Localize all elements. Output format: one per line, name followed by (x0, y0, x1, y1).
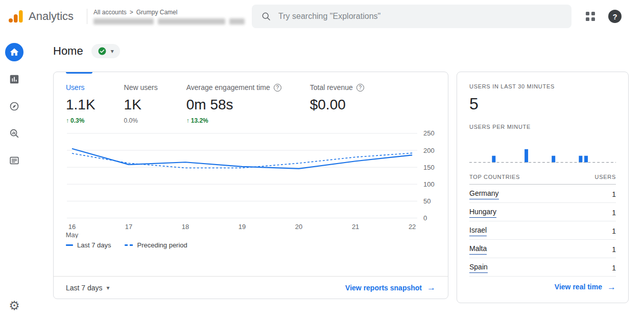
left-nav: ⚙ (0, 33, 29, 319)
col-top-countries: TOP COUNTRIES (469, 174, 520, 180)
realtime-card: USERS IN LAST 30 MINUTES 5 USERS PER MIN… (457, 72, 629, 303)
date-range-select[interactable]: Last 7 days ▾ (66, 284, 110, 292)
country-users: 1 (612, 264, 616, 272)
redacted-property-name (93, 18, 247, 25)
country-name[interactable]: Spain (469, 263, 488, 273)
page-title: Home (53, 44, 83, 58)
metric-tabs: Users 1.1K ↑ 0.3% New users 1K 0.0% (66, 83, 436, 124)
breadcrumb: All accounts > Grumpy Camel (93, 9, 247, 16)
view-reports-snapshot-link[interactable]: View reports snapshot → (345, 283, 436, 292)
svg-text:0: 0 (423, 214, 427, 222)
configure-list-icon (9, 155, 20, 166)
metric-tab-new-users[interactable]: New users 1K 0.0% (124, 83, 158, 124)
sidebar-item-home[interactable] (5, 43, 23, 61)
overview-card-footer: Last 7 days ▾ View reports snapshot → (54, 276, 448, 299)
svg-text:May: May (66, 231, 79, 238)
realtime-users-count: 5 (469, 95, 616, 113)
chevron-down-icon: ▾ (107, 285, 110, 291)
metric-label: New users (124, 83, 158, 92)
help-icon[interactable]: ? (274, 84, 281, 92)
topbar-actions: ? (586, 10, 622, 23)
metric-tab-total-revenue[interactable]: Total revenue ? $0.00 (310, 83, 364, 124)
view-real-time-link[interactable]: View real time → (555, 283, 616, 291)
settings-gear-icon[interactable]: ⚙ (9, 300, 20, 312)
active-tab-indicator (66, 72, 92, 74)
breadcrumb-all-accounts[interactable]: All accounts (93, 9, 127, 16)
analytics-home-link[interactable]: Analytics (8, 10, 74, 23)
users-line-chart: 05010015020025016171819202122May (66, 126, 436, 238)
metric-value: 0m 58s (186, 97, 281, 113)
reports-icon (9, 74, 20, 85)
top-countries-table: TOP COUNTRIES USERS Germany 1 Hungary 1 … (469, 174, 616, 277)
svg-text:50: 50 (423, 197, 431, 205)
metric-delta: 0.0% (124, 117, 158, 124)
table-header: TOP COUNTRIES USERS (469, 174, 616, 185)
svg-text:20: 20 (295, 223, 302, 231)
country-name[interactable]: Malta (469, 244, 487, 255)
solid-line-swatch (66, 244, 73, 246)
topbar: Analytics All accounts > Grumpy Camel ? (0, 0, 644, 33)
country-users: 1 (612, 209, 616, 217)
svg-text:250: 250 (423, 129, 435, 137)
country-users: 1 (612, 227, 616, 235)
svg-text:200: 200 (423, 147, 435, 154)
search-bar[interactable] (252, 5, 571, 28)
metric-label: Users (66, 83, 85, 92)
users-per-minute-chart (469, 136, 616, 166)
metric-delta: ↑ 13.2% (186, 117, 281, 124)
svg-text:19: 19 (238, 223, 246, 231)
table-row: Hungary 1 (469, 203, 616, 221)
search-input[interactable] (278, 12, 562, 21)
topbar-divider (87, 9, 87, 24)
dashed-line-swatch (125, 244, 133, 246)
col-users: USERS (595, 174, 616, 180)
svg-text:150: 150 (423, 164, 435, 171)
analytics-logo-icon (8, 10, 23, 23)
account-context: All accounts > Grumpy Camel (93, 9, 247, 25)
brand-name: Analytics (29, 10, 74, 23)
home-icon (9, 47, 19, 57)
svg-text:100: 100 (423, 180, 435, 188)
metric-tab-users[interactable]: Users 1.1K ↑ 0.3% (66, 83, 96, 124)
sidebar-item-configure[interactable] (5, 151, 23, 170)
sidebar-item-reports[interactable] (5, 70, 23, 88)
arrow-right-icon: → (607, 283, 616, 291)
sidebar-item-explore[interactable] (5, 97, 23, 116)
country-users: 1 (612, 190, 616, 198)
metric-label: Average engagement time (186, 83, 270, 92)
sidebar-item-advertising[interactable] (5, 124, 23, 143)
advertising-magnifier-icon (9, 128, 20, 139)
svg-text:21: 21 (352, 223, 359, 231)
help-icon[interactable]: ? (608, 10, 622, 23)
help-icon[interactable]: ? (356, 84, 364, 92)
breadcrumb-separator: > (130, 9, 133, 16)
table-row: Malta 1 (469, 240, 616, 258)
country-name[interactable]: Germany (469, 189, 499, 199)
country-users: 1 (612, 245, 616, 254)
svg-text:17: 17 (125, 223, 132, 231)
svg-text:18: 18 (182, 223, 189, 231)
metric-value: $0.00 (310, 97, 364, 113)
arrow-right-icon: → (427, 283, 436, 292)
table-row: Germany 1 (469, 185, 616, 203)
metric-tab-avg-engagement-time[interactable]: Average engagement time ? 0m 58s ↑ 13.2% (186, 83, 281, 124)
svg-text:22: 22 (409, 223, 416, 231)
chart-legend: Last 7 days Preceding period (66, 241, 436, 249)
arrow-up-icon: ↑ (66, 117, 69, 124)
country-name[interactable]: Israel (469, 226, 487, 236)
overview-card: Users 1.1K ↑ 0.3% New users 1K 0.0% (53, 72, 448, 299)
metric-label: Total revenue (310, 83, 353, 92)
page-header: Home ▾ (53, 44, 629, 58)
svg-text:16: 16 (68, 223, 76, 231)
search-icon (261, 11, 271, 21)
table-row: Spain 1 (469, 258, 616, 277)
metric-delta: ↑ 0.3% (66, 117, 96, 124)
users-per-minute-label: USERS PER MINUTE (469, 124, 616, 130)
home-status-dropdown[interactable]: ▾ (91, 44, 120, 58)
metric-value: 1.1K (66, 97, 96, 113)
apps-grid-icon[interactable] (586, 12, 595, 21)
main-content: Home ▾ Users 1.1K ↑ (29, 33, 644, 319)
chevron-down-icon: ▾ (111, 48, 114, 54)
country-name[interactable]: Hungary (469, 208, 496, 218)
breadcrumb-account-name[interactable]: Grumpy Camel (136, 9, 178, 16)
